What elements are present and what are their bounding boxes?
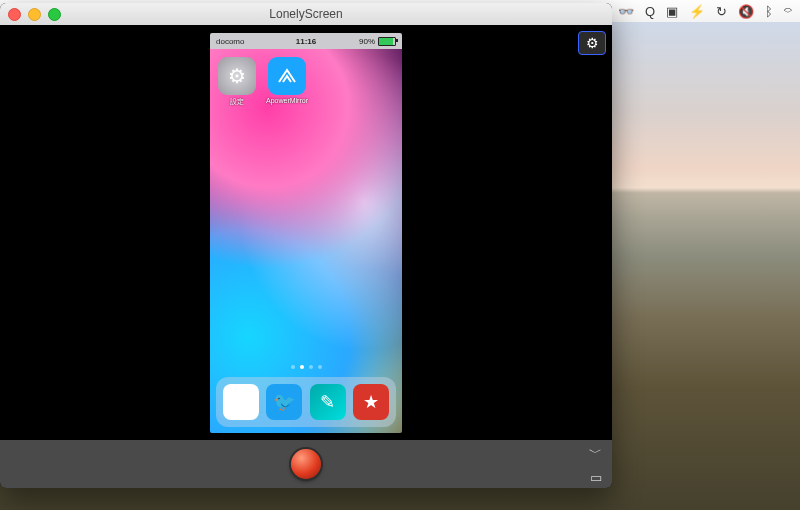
sparkle-icon: ✎ bbox=[310, 384, 346, 420]
close-button[interactable] bbox=[8, 8, 21, 21]
app-label: 設定 bbox=[230, 97, 244, 107]
settings-icon: ⚙ bbox=[218, 57, 256, 95]
window-control-bar: ﹀ ▭ bbox=[0, 440, 612, 488]
expand-toggle[interactable]: ﹀ bbox=[589, 444, 602, 462]
battery-icon bbox=[378, 37, 396, 46]
search-spotlight-icon[interactable]: Q bbox=[645, 5, 655, 18]
mirrored-phone-screen: docomo 11:16 90% ⚙ 設定 ApowerMirror bbox=[210, 33, 402, 433]
twitter-icon: 🐦 bbox=[266, 384, 302, 420]
app-apowermirror[interactable]: ApowerMirror bbox=[268, 57, 306, 107]
ios-status-bar: docomo 11:16 90% bbox=[210, 33, 402, 49]
open-folder-button[interactable]: ▭ bbox=[590, 470, 602, 485]
traffic-lights bbox=[8, 8, 61, 21]
volume2-icon[interactable]: 🔇 bbox=[738, 5, 754, 18]
glasses-icon[interactable]: 👓 bbox=[618, 5, 634, 18]
wifi-icon[interactable]: ⌔ bbox=[784, 5, 792, 18]
minimize-button[interactable] bbox=[28, 8, 41, 21]
lonelyscreen-window: LonelyScreen ⚙ docomo 11:16 90% ⚙ 設定 bbox=[0, 3, 612, 488]
clipboard-icon[interactable]: ▣ bbox=[666, 5, 678, 18]
home-screen-apps: ⚙ 設定 ApowerMirror bbox=[218, 57, 306, 107]
mirroring-stage: ⚙ docomo 11:16 90% ⚙ 設定 bbox=[0, 25, 612, 440]
history-icon[interactable]: ↻ bbox=[716, 5, 727, 18]
app-label: ApowerMirror bbox=[266, 97, 308, 104]
dock-app-1[interactable]: Y! bbox=[223, 384, 259, 420]
yomox-icon: Y! bbox=[223, 384, 259, 420]
apowermirror-icon bbox=[268, 57, 306, 95]
page-indicator[interactable] bbox=[210, 365, 402, 369]
clock-label: 11:16 bbox=[210, 37, 402, 46]
ios-dock: Y! 🐦 ✎ ★ bbox=[216, 377, 396, 427]
window-title: LonelyScreen bbox=[269, 7, 342, 21]
bluetooth-icon[interactable]: ᛒ bbox=[765, 5, 773, 18]
window-titlebar[interactable]: LonelyScreen bbox=[0, 3, 612, 26]
zoom-button[interactable] bbox=[48, 8, 61, 21]
wunderlist-icon: ★ bbox=[353, 384, 389, 420]
dock-app-3[interactable]: ✎ bbox=[310, 384, 346, 420]
dock-app-2[interactable]: 🐦 bbox=[266, 384, 302, 420]
dock-app-4[interactable]: ★ bbox=[353, 384, 389, 420]
settings-button[interactable]: ⚙ bbox=[578, 31, 606, 55]
gear-icon: ⚙ bbox=[586, 35, 599, 51]
app-settings[interactable]: ⚙ 設定 bbox=[218, 57, 256, 107]
bolt-icon[interactable]: ⚡ bbox=[689, 5, 705, 18]
record-button[interactable] bbox=[291, 449, 321, 479]
